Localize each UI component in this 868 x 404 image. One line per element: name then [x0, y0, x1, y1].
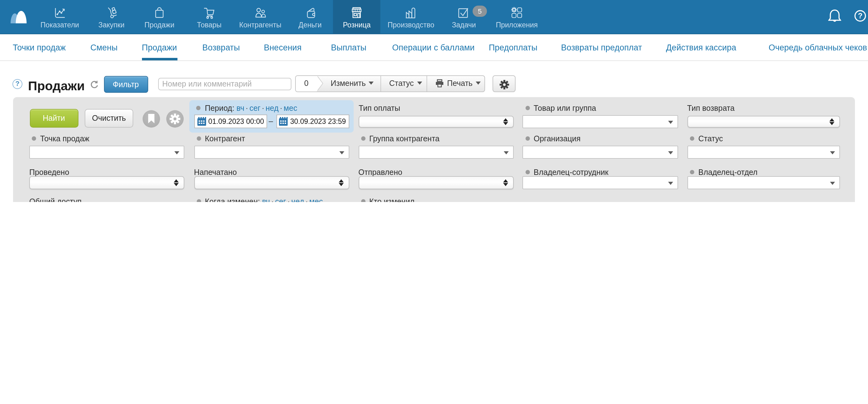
svg-text:?: ? [858, 11, 863, 20]
